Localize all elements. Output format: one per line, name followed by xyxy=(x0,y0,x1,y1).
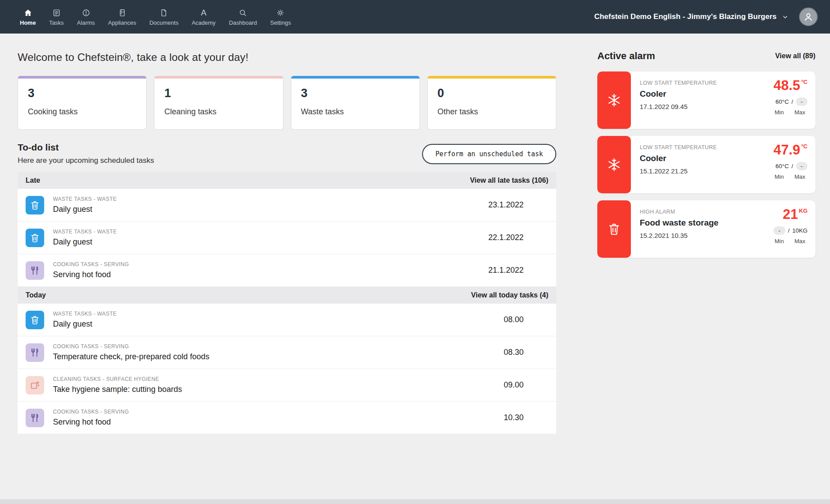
task-text: WASTE TASKS - WASTE Daily guest xyxy=(53,196,117,214)
person-icon xyxy=(803,11,814,23)
view-all-late-link[interactable]: View all late tasks (106) xyxy=(470,177,548,184)
min-label: Min xyxy=(774,109,784,116)
nav-item-settings[interactable]: Settings xyxy=(264,8,298,26)
task-category: WASTE TASKS - WASTE xyxy=(53,196,117,202)
summary-card-other[interactable]: 0 Other tasks xyxy=(427,76,556,130)
nav-label: Dashboard xyxy=(229,20,257,26)
cutlery-icon xyxy=(26,261,44,280)
alarm-range-labels: Min Max xyxy=(755,238,807,244)
page-content: Welcome to Chefstein®, take a look at yo… xyxy=(0,34,830,434)
todo-section-late: Late View all late tasks (106) xyxy=(18,172,556,189)
alarm-name: Food waste storage xyxy=(640,218,748,228)
summary-card-cooking[interactable]: 3 Cooking tasks xyxy=(18,76,147,130)
alarm-badge xyxy=(597,71,631,129)
dashboard-icon xyxy=(238,8,247,18)
task-name: Serving hot food xyxy=(53,417,129,427)
alarm-metrics: 21KG - / 10KG Min Max xyxy=(755,200,815,258)
alarm-info: HIGH ALARM Food waste storage 15.2.2021 … xyxy=(631,200,755,258)
cutlery-icon xyxy=(26,409,44,427)
max-label: Max xyxy=(794,238,805,244)
nav-item-dashboard[interactable]: Dashboard xyxy=(222,8,264,26)
nav-item-academy[interactable]: A Academy xyxy=(185,8,222,26)
chevron-down-icon xyxy=(782,14,788,20)
task-time: 23.1.2022 xyxy=(488,200,524,210)
task-row[interactable]: COOKING TASKS - SERVING Temperature chec… xyxy=(18,336,556,369)
alarm-card[interactable]: HIGH ALARM Food waste storage 15.2.2021 … xyxy=(597,200,815,258)
alarm-metrics: 48.5°C 60°C / - Min Max xyxy=(755,71,815,129)
alarm-value: 47.9°C xyxy=(755,143,807,157)
nav-item-alarms[interactable]: Alarms xyxy=(70,8,101,26)
alarm-type: LOW START TEMPERATURE xyxy=(640,144,748,150)
account-name: Chefstein Demo English - Jimmy's Blazing… xyxy=(594,12,777,21)
min-label: Min xyxy=(774,238,784,244)
unscheduled-task-button[interactable]: Perform an unscheduled task xyxy=(422,144,556,164)
task-name: Daily guest xyxy=(53,320,117,329)
documents-icon xyxy=(159,8,168,18)
todo-list: Late View all late tasks (106) WASTE TAS… xyxy=(18,172,556,434)
nav-label: Home xyxy=(20,20,36,26)
task-row[interactable]: COOKING TASKS - SERVING Serving hot food… xyxy=(18,402,556,434)
summary-count: 3 xyxy=(28,87,136,100)
alarm-sidebar: Active alarm View all (89) LOW START TEM… xyxy=(597,47,815,265)
task-category: WASTE TASKS - WASTE xyxy=(53,229,117,235)
task-row[interactable]: WASTE TASKS - WASTE Daily guest 22.1.202… xyxy=(18,222,556,254)
task-category: WASTE TASKS - WASTE xyxy=(53,311,117,317)
account-selector[interactable]: Chefstein Demo English - Jimmy's Blazing… xyxy=(594,12,788,21)
nav-label: Documents xyxy=(149,20,178,26)
alarms-icon xyxy=(82,8,91,18)
summary-count: 3 xyxy=(301,87,410,100)
view-all-today-link[interactable]: View all today tasks (4) xyxy=(471,291,548,299)
task-name: Serving hot food xyxy=(53,270,129,279)
alarm-range: - / 10KG xyxy=(755,226,807,235)
alarm-range-labels: Min Max xyxy=(755,109,807,116)
settings-icon xyxy=(276,8,285,18)
alarm-name: Cooler xyxy=(640,154,748,163)
snowflake-icon xyxy=(607,93,622,108)
task-name: Daily guest xyxy=(53,237,117,247)
alarm-max-value: - xyxy=(796,98,808,106)
alarm-unit: KG xyxy=(799,207,808,214)
task-row[interactable]: COOKING TASKS - SERVING Serving hot food… xyxy=(18,254,556,287)
task-time: 09.00 xyxy=(504,380,524,390)
task-row[interactable]: WASTE TASKS - WASTE Daily guest 23.1.202… xyxy=(18,189,556,222)
todo-title: To-do list xyxy=(18,142,154,153)
alarm-card[interactable]: LOW START TEMPERATURE Cooler 17.1.2022 0… xyxy=(597,71,815,129)
alarm-info: LOW START TEMPERATURE Cooler 17.1.2022 0… xyxy=(631,71,755,129)
min-label: Min xyxy=(774,173,784,180)
alarm-type: HIGH ALARM xyxy=(640,209,748,215)
task-row[interactable]: WASTE TASKS - WASTE Daily guest 08.00 xyxy=(18,304,556,336)
task-text: COOKING TASKS - SERVING Serving hot food xyxy=(53,261,129,279)
welcome-heading: Welcome to Chefstein®, take a look at yo… xyxy=(18,51,556,64)
nav-label: Tasks xyxy=(49,20,64,26)
summary-count: 0 xyxy=(438,87,546,100)
main-nav: Home Tasks Alarms Appliances Documents xyxy=(13,8,298,26)
nav-item-appliances[interactable]: Appliances xyxy=(102,8,143,26)
alarm-unit: °C xyxy=(801,79,807,85)
avatar[interactable] xyxy=(799,8,818,26)
summary-card-waste[interactable]: 3 Waste tasks xyxy=(291,76,420,130)
nav-item-tasks[interactable]: Tasks xyxy=(42,8,70,26)
nav-item-documents[interactable]: Documents xyxy=(143,8,185,26)
nav-label: Settings xyxy=(270,20,291,26)
alarm-min-value: - xyxy=(773,226,785,235)
nav-item-home[interactable]: Home xyxy=(13,8,42,26)
section-label: Late xyxy=(26,177,40,184)
alarm-badge xyxy=(597,136,631,193)
task-category: COOKING TASKS - SERVING xyxy=(53,409,129,415)
task-text: CLEANING TASKS - SURFACE HYGIENE Take hy… xyxy=(53,376,182,394)
alarm-timestamp: 15.1.2022 21.25 xyxy=(640,167,748,175)
task-category: CLEANING TASKS - SURFACE HYGIENE xyxy=(53,376,182,382)
task-row[interactable]: CLEANING TASKS - SURFACE HYGIENE Take hy… xyxy=(18,369,556,402)
nav-label: Academy xyxy=(192,20,215,26)
alarm-sidebar-header: Active alarm View all (89) xyxy=(597,50,815,62)
task-time: 21.1.2022 xyxy=(488,266,524,275)
summary-label: Cleaning tasks xyxy=(164,107,273,117)
view-all-alarms-link[interactable]: View all (89) xyxy=(775,52,815,60)
alarms-title: Active alarm xyxy=(597,50,655,62)
summary-card-cleaning[interactable]: 1 Cleaning tasks xyxy=(154,76,283,130)
horizontal-scrollbar[interactable] xyxy=(0,499,830,504)
alarm-card[interactable]: LOW START TEMPERATURE Cooler 15.1.2022 2… xyxy=(597,136,815,193)
alarm-badge xyxy=(597,200,631,258)
alarm-type: LOW START TEMPERATURE xyxy=(640,80,748,86)
max-label: Max xyxy=(794,109,805,116)
